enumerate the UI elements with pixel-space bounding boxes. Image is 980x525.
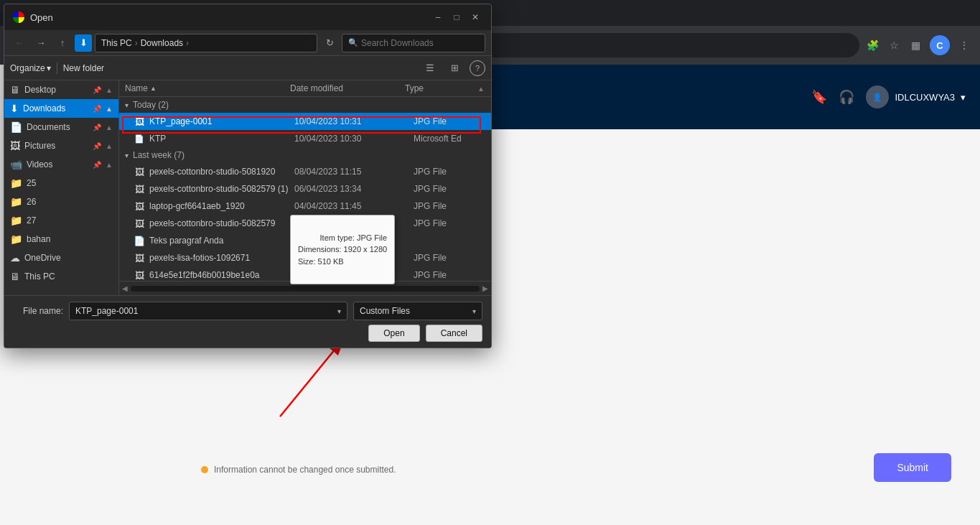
filename-value: KTP_page-0001 xyxy=(75,306,138,316)
dialog-maximize-btn[interactable]: □ xyxy=(449,10,464,24)
col-type-header[interactable]: Type xyxy=(405,83,477,93)
sidebar-thispc-label: This PC xyxy=(24,271,55,282)
sidebar-desktop-label: Desktop xyxy=(24,85,56,95)
sidebar-downloads-label: Downloads xyxy=(23,103,65,113)
group-lastweek-arrow[interactable]: ▾ xyxy=(125,152,129,159)
warning-text: Information cannot be changed once submi… xyxy=(214,465,396,475)
sidebar-item-downloads[interactable]: ⬇ Downloads 📌 ▲ xyxy=(4,99,118,118)
dropdown-icon: ▾ xyxy=(961,92,966,103)
scroll-left-btn[interactable]: ◀ xyxy=(122,284,128,292)
desktop-scroll-icon: ▲ xyxy=(106,86,113,94)
file-list[interactable]: ▾ Today (2) 🖼 KTP_page-0001 10/04/2023 1… xyxy=(119,97,491,281)
filename-teks: Teks paragraf Anda xyxy=(149,236,290,246)
organize-btn[interactable]: Organize ▾ xyxy=(10,63,51,73)
file-row-ktp[interactable]: 📄 KTP 10/04/2023 10:30 Microsoft Ed xyxy=(119,130,491,147)
new-folder-btn[interactable]: New folder xyxy=(63,63,104,73)
sidebar-26-label: 26 xyxy=(27,197,36,207)
chrome-logo-icon xyxy=(13,11,24,23)
group-today[interactable]: ▾ Today (2) xyxy=(119,97,491,113)
group-lastweek-label: Last week (7) xyxy=(133,150,185,160)
sidebar-item-26[interactable]: 📁 26 xyxy=(4,192,118,211)
dialog-minimize-btn[interactable]: – xyxy=(431,10,445,24)
bookmark-icon[interactable]: ☆ xyxy=(887,38,901,52)
path-bar[interactable]: This PC › Downloads › xyxy=(95,34,317,52)
search-bar[interactable]: 🔍 Search Downloads xyxy=(342,34,485,52)
date-ktp-page: 10/04/2023 10:31 xyxy=(294,116,409,126)
extensions-icon[interactable]: 🧩 xyxy=(865,38,879,52)
group-today-arrow[interactable]: ▾ xyxy=(125,101,129,109)
sidebar-item-desktop[interactable]: 🖥 Desktop 📌 ▲ xyxy=(4,80,118,99)
scroll-up-btn[interactable]: ▲ xyxy=(477,85,485,93)
doc-icon-teks: 📄 xyxy=(134,235,145,246)
dialog-titlebar: Open – □ ✕ xyxy=(4,4,491,30)
sort-icon: ▲ xyxy=(150,85,157,92)
sidebar-item-27[interactable]: 📁 27 xyxy=(4,211,118,230)
file-row-laptop[interactable]: 🖼 laptop-gcf6641aeb_1920 04/04/2023 11:4… xyxy=(119,198,491,215)
header-profile[interactable]: 👤 IDLCUXWYA3 ▾ xyxy=(866,85,966,108)
nav-forward-btn[interactable]: → xyxy=(32,34,50,52)
jpg-icon-pexels2: 🖼 xyxy=(134,183,145,195)
file-row-pexels2[interactable]: 🖼 pexels-cottonbro-studio-5082579 (1) 06… xyxy=(119,180,491,198)
browser-actions: 🧩 ☆ ▦ C ⋮ xyxy=(865,35,971,55)
sidebar-item-onedrive[interactable]: ☁ OneDrive xyxy=(4,248,118,267)
pictures-scroll-icon: ▲ xyxy=(106,142,113,150)
profile-icon[interactable]: C xyxy=(930,35,950,55)
dialog-close-btn[interactable]: ✕ xyxy=(468,10,482,24)
filename-row: File name: KTP_page-0001 ▾ Custom Files … xyxy=(13,302,482,320)
download-folder-icon: ⬇ xyxy=(75,34,92,52)
sidebar-item-25[interactable]: 📁 25 xyxy=(4,174,118,192)
nav-up-btn[interactable]: ↑ xyxy=(53,34,72,52)
horizontal-scrollbar[interactable] xyxy=(131,286,480,292)
filename-laptop: laptop-gcf6641aeb_1920 xyxy=(149,201,290,211)
pdf-file-icon: 📄 xyxy=(134,133,145,144)
scroll-right-btn[interactable]: ▶ xyxy=(482,284,488,292)
sidebar-item-videos[interactable]: 📹 Videos 📌 ▲ xyxy=(4,155,118,174)
view-list-btn[interactable]: ☰ xyxy=(421,59,439,78)
file-row-ktp-page[interactable]: 🖼 KTP_page-0001 10/04/2023 10:31 JPG Fil… xyxy=(119,113,491,130)
sidebar-item-thispc[interactable]: 🖥 This PC xyxy=(4,267,118,286)
bookmark-header-icon[interactable]: 🔖 xyxy=(811,89,827,105)
file-row-pexels1[interactable]: 🖼 pexels-cottonbro-studio-5081920 08/04/… xyxy=(119,163,491,180)
path-thispc[interactable]: This PC xyxy=(101,38,132,48)
group-lastweek[interactable]: ▾ Last week (7) xyxy=(119,147,491,163)
type-ktp: Microsoft Ed xyxy=(414,134,485,144)
sidebar-item-documents[interactable]: 📄 Documents 📌 ▲ xyxy=(4,118,118,136)
date-pexels1: 08/04/2023 11:15 xyxy=(294,167,409,177)
type-pexels3: JPG File xyxy=(414,218,485,228)
sidebar-videos-label: Videos xyxy=(27,159,52,169)
help-btn[interactable]: ? xyxy=(470,60,485,76)
dialog-title: Open xyxy=(13,11,53,23)
filename-input[interactable]: KTP_page-0001 ▾ xyxy=(69,302,347,320)
col-name-header[interactable]: Name ▲ xyxy=(125,83,290,93)
refresh-btn[interactable]: ↻ xyxy=(320,34,339,52)
folder-25-icon: 📁 xyxy=(10,177,22,189)
path-downloads[interactable]: Downloads xyxy=(141,38,183,48)
sidebar-onedrive-label: OneDrive xyxy=(24,253,61,263)
type-614: JPG File xyxy=(414,270,485,280)
type-laptop: JPG File xyxy=(414,201,485,211)
menu-icon[interactable]: ⋮ xyxy=(957,38,971,52)
sidebar-pictures-label: Pictures xyxy=(24,141,55,151)
dialog-controls: – □ ✕ xyxy=(431,10,482,24)
col-date-header[interactable]: Date modified xyxy=(290,83,405,93)
dialog-organize-toolbar: Organize ▾ New folder ☰ ⊞ ? xyxy=(4,56,491,80)
filename-dropdown-icon[interactable]: ▾ xyxy=(337,307,341,315)
organize-label: Organize xyxy=(10,63,45,73)
nav-back-btn[interactable]: ← xyxy=(10,34,29,52)
open-button[interactable]: Open xyxy=(368,325,419,342)
sidebar-27-label: 27 xyxy=(27,215,36,226)
sidebar-item-bahan[interactable]: 📁 bahan xyxy=(4,230,118,248)
organize-arrow-icon: ▾ xyxy=(47,63,51,73)
filetype-select[interactable]: Custom Files ▾ xyxy=(353,302,482,320)
sidebar-icon[interactable]: ▦ xyxy=(908,38,923,52)
folder-27-icon: 📁 xyxy=(10,215,22,226)
jpg-file-icon-1: 🖼 xyxy=(134,116,145,127)
view-grid-btn[interactable]: ⊞ xyxy=(445,59,464,78)
date-pexels2: 06/04/2023 13:34 xyxy=(294,184,409,194)
headphone-icon[interactable]: 🎧 xyxy=(839,89,854,105)
sidebar-item-pictures[interactable]: 🖼 Pictures 📌 ▲ xyxy=(4,136,118,155)
cancel-button[interactable]: Cancel xyxy=(426,325,482,342)
filename-pexels2: pexels-cottonbro-studio-5082579 (1) xyxy=(149,184,290,194)
submit-button[interactable]: Submit xyxy=(874,453,951,482)
onedrive-icon: ☁ xyxy=(10,252,20,264)
